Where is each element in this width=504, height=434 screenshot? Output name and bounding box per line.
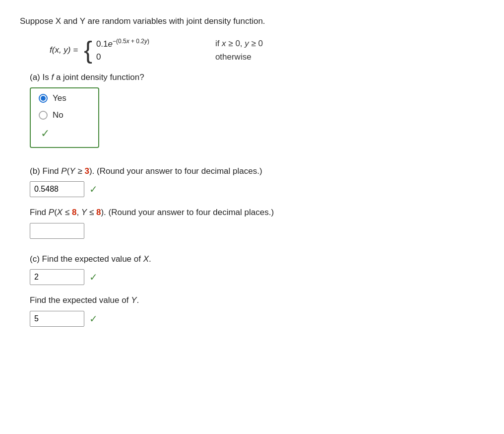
- main-content: Suppose X and Y are random variables wit…: [20, 15, 484, 327]
- piecewise-formula: 0.1e−(0.5x + 0.2y) if x ≥ 0, y ≥ 0 0 oth…: [96, 38, 263, 62]
- part-b-check-1: ✓: [89, 183, 98, 195]
- part-c-check-2: ✓: [89, 313, 98, 325]
- brace-icon: {: [84, 38, 92, 63]
- part-c-question-1: (c) Find the expected value of X.: [30, 253, 484, 266]
- part-b-input-2[interactable]: [30, 223, 84, 239]
- formula-label: f(x, y) =: [50, 45, 78, 55]
- b-highlight-8x: 8: [72, 208, 76, 217]
- part-c-section: (c) Find the expected value of X. ✓ Find…: [30, 253, 484, 327]
- expr-2: 0: [96, 52, 195, 62]
- part-c-answer-row-1: ✓: [30, 269, 484, 285]
- cond-2: otherwise: [215, 52, 252, 62]
- radio-group-a: Yes No ✓: [30, 87, 99, 148]
- piecewise-row-2: 0 otherwise: [96, 52, 263, 62]
- part-c-question-2: Find the expected value of Y.: [30, 294, 484, 307]
- option-no-label: No: [53, 110, 63, 120]
- formula-block: f(x, y) = { 0.1e−(0.5x + 0.2y) if x ≥ 0,…: [50, 38, 484, 63]
- part-a-question: (a) Is f a joint density function?: [30, 72, 484, 82]
- part-c-check-1: ✓: [89, 271, 98, 283]
- part-a-checkmark: ✓: [41, 127, 90, 140]
- expr-1: 0.1e−(0.5x + 0.2y): [96, 38, 195, 49]
- part-c-input-1[interactable]: [30, 269, 84, 285]
- part-a-section: (a) Is f a joint density function? Yes N…: [30, 72, 484, 151]
- part-b-input-1[interactable]: [30, 181, 84, 197]
- option-yes[interactable]: Yes: [39, 93, 90, 103]
- part-b-question-1: (b) Find P(Y ≥ 3). (Round your answer to…: [30, 165, 484, 178]
- part-b-answer-row-2: [30, 223, 484, 239]
- part-c-input-2[interactable]: [30, 311, 84, 327]
- b-highlight-8y: 8: [96, 208, 101, 217]
- radio-no-circle[interactable]: [39, 111, 48, 120]
- part-b-answer-row-1: ✓: [30, 181, 484, 197]
- intro-text: Suppose X and Y are random variables wit…: [20, 15, 484, 28]
- radio-yes-circle[interactable]: [39, 94, 48, 103]
- part-b-question-2: Find P(X ≤ 8, Y ≤ 8). (Round your answer…: [30, 206, 484, 219]
- cond-1: if x ≥ 0, y ≥ 0: [215, 39, 263, 49]
- option-no[interactable]: No: [39, 110, 90, 120]
- piecewise-row-1: 0.1e−(0.5x + 0.2y) if x ≥ 0, y ≥ 0: [96, 38, 263, 49]
- option-yes-label: Yes: [53, 93, 66, 103]
- part-c-answer-row-2: ✓: [30, 311, 484, 327]
- part-b-section: (b) Find P(Y ≥ 3). (Round your answer to…: [30, 165, 484, 239]
- b-highlight-3: 3: [84, 166, 89, 176]
